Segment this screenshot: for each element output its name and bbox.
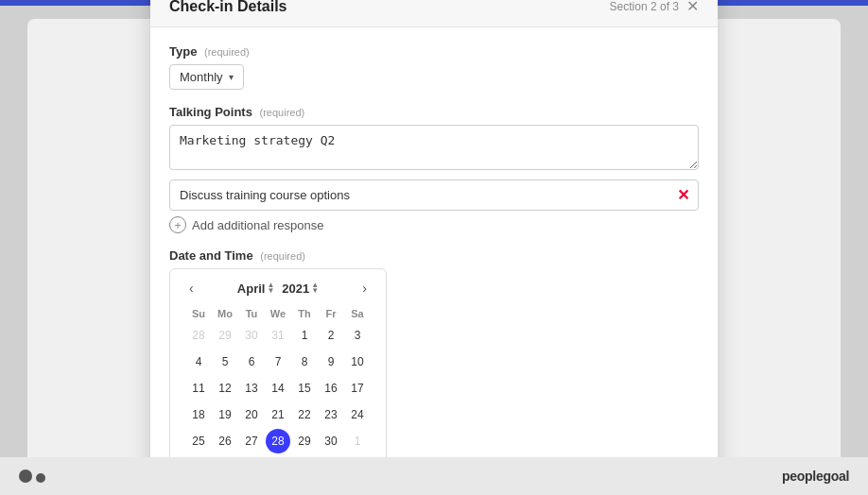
prev-month-button[interactable]: ‹ (185, 281, 198, 296)
type-value: Monthly (180, 70, 223, 84)
avatar-circle-2 (36, 473, 45, 483)
talking-point-input-2[interactable] (169, 179, 699, 211)
cal-day[interactable]: 30 (319, 429, 343, 453)
cal-day[interactable]: 18 (186, 402, 211, 427)
cal-day[interactable]: 5 (213, 350, 237, 374)
day-header-tu: Tu (238, 305, 265, 322)
calendar-header: Su Mo Tu We Th Fr Sa (185, 305, 371, 322)
add-icon: + (169, 216, 186, 233)
cal-day[interactable]: 28 (186, 323, 211, 348)
avatar-icon (19, 469, 45, 483)
modal-window: Check-in Details Section 2 of 3 ✕ Type (… (150, 0, 718, 495)
year-sort-icon: ▲▼ (311, 282, 319, 293)
talking-points-required: (required) (260, 107, 305, 118)
main-background: Check-in Details Section 2 of 3 ✕ Type (… (27, 19, 841, 482)
modal-body: Type (required) Monthly ▾ Talking Points… (150, 27, 718, 495)
bottom-bar: peoplegoal (0, 457, 868, 495)
cal-day-selected[interactable]: 28 (266, 429, 290, 453)
cal-day[interactable]: 25 (186, 429, 211, 453)
cal-day[interactable]: 31 (266, 323, 290, 348)
cal-day[interactable]: 8 (292, 350, 317, 374)
section-label: Section 2 of 3 (610, 0, 679, 13)
calendar-days: 28 29 30 31 1 2 3 4 5 6 7 8 9 1 (185, 322, 371, 454)
datetime-label: Date and Time (required) (169, 248, 699, 263)
cal-day[interactable]: 21 (266, 402, 290, 427)
cal-day[interactable]: 3 (345, 323, 370, 348)
calendar-nav: ‹ April ▲▼ 2021 ▲▼ › (185, 281, 371, 296)
cal-day[interactable]: 17 (345, 376, 370, 401)
avatar-circle-1 (19, 469, 32, 483)
day-header-we: We (265, 305, 291, 322)
cal-day[interactable]: 10 (345, 350, 370, 374)
cal-day[interactable]: 29 (292, 429, 317, 453)
cal-day[interactable]: 27 (239, 429, 264, 453)
type-required: (required) (204, 46, 250, 58)
peoplegoal-logo: peoplegoal (782, 469, 849, 484)
modal-header: Check-in Details Section 2 of 3 ✕ (150, 0, 718, 27)
day-header-mo: Mo (212, 305, 238, 322)
cal-day[interactable]: 14 (266, 376, 290, 401)
cal-day[interactable]: 19 (213, 402, 237, 427)
add-response-button[interactable]: + Add additional response (169, 216, 699, 233)
cal-day[interactable]: 2 (319, 323, 343, 348)
cal-day[interactable]: 1 (345, 429, 370, 453)
cal-day[interactable]: 1 (292, 323, 317, 348)
close-button[interactable]: ✕ (686, 0, 699, 15)
datetime-required: (required) (260, 250, 305, 262)
day-header-fr: Fr (318, 305, 344, 322)
cal-day[interactable]: 30 (239, 323, 264, 348)
month-select[interactable]: April ▲▼ (237, 282, 275, 296)
cal-day[interactable]: 26 (213, 429, 237, 453)
cal-day[interactable]: 11 (186, 376, 211, 401)
month-sort-icon: ▲▼ (267, 282, 274, 293)
day-header-su: Su (185, 305, 212, 322)
cal-day[interactable]: 9 (319, 350, 343, 374)
talking-points-label: Talking Points (required) (169, 105, 699, 119)
cal-day[interactable]: 22 (292, 402, 317, 427)
modal-section-info: Section 2 of 3 ✕ (610, 0, 699, 15)
cal-day[interactable]: 13 (239, 376, 264, 401)
type-label: Type (required) (169, 44, 699, 59)
day-header-th: Th (291, 305, 318, 322)
cal-day[interactable]: 12 (213, 376, 237, 401)
delete-talking-point-button[interactable]: ✕ (677, 188, 689, 203)
add-response-label: Add additional response (192, 218, 324, 232)
cal-day[interactable]: 29 (213, 323, 237, 348)
year-select[interactable]: 2021 ▲▼ (282, 282, 319, 296)
talking-point-row-2: ✕ (169, 179, 699, 211)
cal-day[interactable]: 16 (319, 376, 343, 401)
cal-day[interactable]: 20 (239, 402, 264, 427)
day-header-sa: Sa (344, 305, 371, 322)
cal-day[interactable]: 15 (292, 376, 317, 401)
dropdown-arrow-icon: ▾ (229, 72, 234, 82)
talking-points-section: Talking Points (required) Marketing stra… (169, 105, 699, 233)
cal-day[interactable]: 4 (186, 350, 211, 374)
modal-title: Check-in Details (169, 0, 286, 15)
cal-day[interactable]: 6 (239, 350, 264, 374)
next-month-button[interactable]: › (358, 281, 371, 296)
type-section: Type (required) Monthly ▾ (169, 44, 699, 90)
cal-day[interactable]: 24 (345, 402, 370, 427)
talking-point-input-1[interactable]: Marketing strategy Q2 (169, 125, 699, 170)
cal-day[interactable]: 23 (319, 402, 343, 427)
calendar-month-year: April ▲▼ 2021 ▲▼ (237, 282, 319, 296)
cal-day[interactable]: 7 (266, 350, 290, 374)
type-dropdown[interactable]: Monthly ▾ (169, 64, 244, 90)
